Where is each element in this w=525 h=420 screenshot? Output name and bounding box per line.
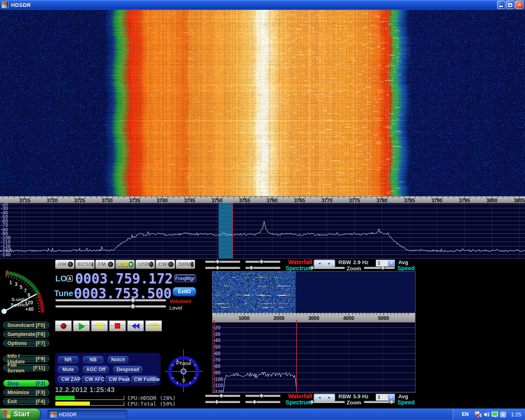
dsp-button-nr[interactable]: NR bbox=[58, 356, 78, 363]
pause-button[interactable] bbox=[91, 320, 108, 331]
mode-button-cw[interactable]: CW bbox=[155, 260, 175, 269]
rbw-decrease-icon[interactable] bbox=[318, 396, 321, 399]
stop-button[interactable] bbox=[109, 320, 126, 331]
lo-auto-badge[interactable]: A bbox=[66, 275, 73, 282]
transport-controls bbox=[55, 320, 162, 331]
sidebar-button-full-screen[interactable]: Full Screen[F11] bbox=[3, 364, 49, 371]
lo-frequency-display[interactable]: 0003.759.172 bbox=[75, 272, 173, 285]
chevron-down-icon[interactable] bbox=[388, 260, 395, 266]
slider-thumb[interactable] bbox=[259, 393, 264, 399]
mode-button-lsb[interactable]: LSB bbox=[115, 260, 135, 269]
scale-tick bbox=[151, 196, 152, 198]
dsp-button-cw-fullbw[interactable]: CW FullBw bbox=[131, 376, 158, 383]
sidebar-button-label: Options bbox=[7, 340, 27, 346]
waterfall-brightness-slider[interactable] bbox=[205, 260, 240, 263]
maximize-button[interactable] bbox=[506, 1, 514, 9]
dsp-button-agc-off[interactable]: AGC Off bbox=[83, 366, 109, 373]
zoom-slider[interactable] bbox=[309, 267, 345, 269]
mode-button-drm[interactable]: DRM bbox=[176, 260, 195, 269]
rbw-increase-icon[interactable] bbox=[328, 262, 331, 265]
taskbar-item-hdsdr[interactable]: HDSDR bbox=[48, 410, 127, 419]
volume-icon[interactable] bbox=[483, 411, 490, 418]
level-slider-thumb[interactable] bbox=[130, 303, 136, 310]
zoom-slider[interactable] bbox=[309, 401, 345, 403]
rbw-step-buttons[interactable] bbox=[314, 260, 335, 267]
sidebar-button-soundcard[interactable]: Soundcard[F5] bbox=[3, 322, 49, 329]
dsp-button-cw-peak[interactable]: CW Peak bbox=[105, 376, 129, 383]
app-tray-icon[interactable] bbox=[500, 411, 507, 418]
spectrum-contrast-slider[interactable] bbox=[245, 401, 281, 403]
sidebar-button-info-update[interactable]: Info / Update[F9] bbox=[3, 355, 49, 362]
slider-thumb[interactable] bbox=[252, 399, 257, 405]
dsp-button-despread[interactable]: Despread bbox=[113, 366, 142, 373]
sidebar-button-options[interactable]: Options[F7] bbox=[3, 340, 49, 347]
network-offline-icon[interactable] bbox=[475, 411, 482, 418]
scale-tick bbox=[262, 313, 262, 315]
slider-thumb[interactable] bbox=[215, 265, 220, 271]
level-slider[interactable] bbox=[55, 305, 166, 308]
minimize-button[interactable] bbox=[497, 1, 505, 9]
dsp-button-cw-afc[interactable]: CW AFC bbox=[82, 376, 104, 383]
speed-slider[interactable] bbox=[364, 267, 395, 269]
scale-label: 2000 bbox=[274, 315, 285, 321]
speed-slider[interactable] bbox=[364, 401, 395, 403]
main-spectrum-display[interactable]: -20-30-40-50-60-70-80-90-100-110-120-130… bbox=[0, 203, 525, 259]
tune-frequency-marker[interactable] bbox=[232, 203, 233, 259]
audio-waterfall-display[interactable] bbox=[212, 272, 415, 313]
avg-label: Avg bbox=[398, 393, 408, 399]
title-bar[interactable]: HDSDR bbox=[0, 0, 525, 10]
sidebar-button-stop[interactable]: Stop[F2] bbox=[3, 380, 49, 387]
mode-button-ecss[interactable]: ECSS bbox=[75, 260, 95, 269]
waterfall-contrast-slider[interactable] bbox=[245, 260, 281, 263]
mode-led-icon bbox=[149, 262, 153, 267]
language-indicator[interactable]: EN bbox=[458, 411, 472, 418]
mode-button-fm[interactable]: FM bbox=[95, 260, 115, 269]
cpu-total-bar bbox=[55, 402, 124, 406]
taskbar-clock[interactable]: 1:25 bbox=[511, 411, 521, 418]
extio-button[interactable]: ExtIO bbox=[173, 287, 196, 296]
slider-thumb[interactable] bbox=[219, 393, 224, 399]
waterfall-brightness-slider[interactable] bbox=[205, 395, 240, 397]
frequency-scale[interactable]: 3715372037253730373537403745375037553760… bbox=[0, 196, 525, 203]
tune-frequency-display[interactable]: 0003.753.500 bbox=[74, 287, 171, 300]
main-waterfall-display[interactable] bbox=[0, 10, 525, 196]
rbw-value: 5.9 Hz bbox=[353, 393, 369, 399]
waterfall-contrast-slider[interactable] bbox=[245, 395, 281, 397]
monitor-green-icon[interactable] bbox=[491, 411, 498, 418]
avg-dropdown[interactable]: 1 bbox=[376, 394, 395, 401]
sidebar-button-minimize[interactable]: Minimize[F3] bbox=[3, 389, 49, 396]
sidebar-button-fkey: [F4] bbox=[36, 399, 45, 404]
loop-button[interactable] bbox=[145, 320, 162, 331]
spectrum-brightness-slider[interactable] bbox=[205, 267, 240, 269]
mode-button-usb[interactable]: USB bbox=[135, 260, 155, 269]
rbw-step-buttons[interactable] bbox=[314, 394, 335, 401]
sidebar-button-samplerate[interactable]: Samplerate[F6] bbox=[3, 331, 49, 338]
audio-frequency-scale[interactable]: 010002000300040005000 bbox=[212, 313, 415, 322]
spectrum-brightness-slider[interactable] bbox=[205, 401, 240, 403]
close-button[interactable] bbox=[515, 1, 523, 9]
slider-thumb[interactable] bbox=[214, 399, 219, 405]
freqmgr-button[interactable]: FreqMgr bbox=[174, 274, 196, 282]
slider-thumb[interactable] bbox=[215, 259, 220, 265]
chevron-down-icon[interactable] bbox=[388, 394, 395, 400]
spectrum-contrast-slider[interactable] bbox=[245, 267, 281, 269]
dsp-button-nb[interactable]: NB bbox=[83, 356, 103, 363]
rbw-increase-icon[interactable] bbox=[328, 396, 331, 399]
slider-thumb[interactable] bbox=[249, 265, 254, 271]
volume-slider[interactable] bbox=[55, 299, 166, 301]
mode-button-am[interactable]: AM bbox=[55, 260, 75, 269]
avg-dropdown[interactable]: 1 bbox=[376, 260, 395, 267]
slider-thumb[interactable] bbox=[259, 259, 264, 265]
play-button[interactable] bbox=[73, 320, 90, 331]
record-button[interactable] bbox=[55, 320, 72, 331]
audio-spectrum-display[interactable]: -20-30-40-50-60-70-80-90-100-110-120 bbox=[212, 322, 415, 393]
phase-control[interactable]: Phase 0 bbox=[165, 349, 203, 392]
dsp-button-cw-zap[interactable]: CW ZAP bbox=[58, 376, 80, 383]
dsp-button-notch[interactable]: Notch bbox=[108, 356, 128, 363]
start-button[interactable]: Start bbox=[0, 409, 40, 420]
rewind-button[interactable] bbox=[127, 320, 144, 331]
dsp-button-mute[interactable]: Mute bbox=[58, 366, 78, 373]
sidebar-button-exit[interactable]: Exit[F4] bbox=[3, 398, 49, 405]
scale-tick bbox=[118, 196, 119, 198]
rbw-decrease-icon[interactable] bbox=[318, 262, 321, 265]
